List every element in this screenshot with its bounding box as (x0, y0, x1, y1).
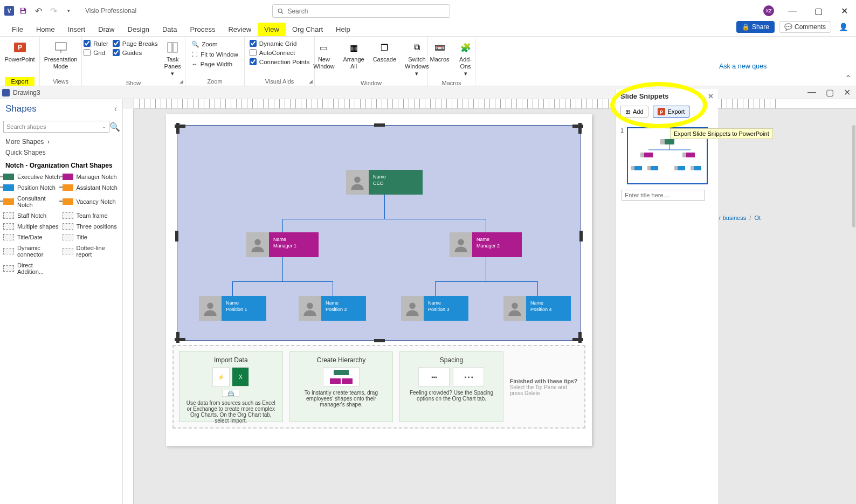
grid-checkbox[interactable]: Grid (84, 49, 108, 56)
ruler-checkbox[interactable]: Ruler (84, 40, 108, 47)
org-node-manager-1[interactable]: NameManager 1 (246, 232, 319, 257)
autoconnect-checkbox[interactable]: AutoConnect (250, 49, 309, 56)
shapes-search-input[interactable]: Search shapes⌄ (3, 121, 109, 133)
shape-item[interactable]: Title/Date (3, 234, 60, 240)
comment-icon: 💬 (784, 23, 792, 31)
minimize-button[interactable]: — (785, 3, 800, 18)
shape-item[interactable]: Vacancy Notch (63, 195, 120, 208)
shape-item[interactable]: Staff Notch (3, 212, 60, 219)
shape-item[interactable]: Dotted-line report (63, 245, 120, 258)
tab-help[interactable]: Help (329, 23, 357, 36)
macros-button[interactable]: 📼Macros (427, 39, 451, 64)
guides-checkbox[interactable]: Guides (113, 49, 158, 56)
shape-item[interactable]: Dynamic connector (3, 245, 60, 258)
svg-rect-6 (56, 43, 66, 50)
document-name[interactable]: Drawing3 (13, 89, 40, 96)
org-node-position-4[interactable]: NamePosition 4 (503, 296, 571, 321)
shape-item[interactable]: Multiple shapes (3, 223, 60, 230)
undo-icon[interactable]: ↶ (32, 5, 44, 17)
ribbon-collapse-icon[interactable]: ⌃ (845, 73, 852, 84)
snippets-export-button[interactable]: PExport (653, 106, 690, 118)
ribbon-options-icon[interactable]: 👤 (836, 19, 851, 34)
arrange-all-button[interactable]: ▦Arrange All (341, 39, 366, 71)
shape-item[interactable]: Position Notch (3, 184, 60, 191)
shape-item[interactable]: Team frame (63, 212, 120, 219)
shapes-pane: Shapes ‹ Search shapes⌄ 🔍 More Shapes › … (0, 99, 123, 504)
save-icon[interactable] (17, 5, 29, 17)
tab-draw[interactable]: Draw (92, 23, 121, 36)
tab-orgchart[interactable]: Org Chart (286, 23, 329, 36)
visualaids-launcher-icon[interactable]: ◢ (309, 79, 313, 84)
tab-data[interactable]: Data (156, 23, 183, 36)
dynamic-grid-checkbox[interactable]: Dynamic Grid (250, 40, 309, 47)
tab-file[interactable]: File (5, 23, 30, 36)
share-button[interactable]: 🔒Share (736, 21, 775, 33)
addons-button[interactable]: 🧩Add-Ons ▾ (456, 39, 475, 79)
vertical-scrollbar[interactable] (852, 125, 855, 227)
pagebreaks-checkbox[interactable]: Page Breaks (113, 40, 158, 47)
close-button[interactable]: ✕ (837, 3, 852, 18)
search-bar[interactable] (272, 4, 450, 18)
org-node-ceo[interactable]: NameCEO (346, 170, 423, 195)
page[interactable]: NameCEO NameManager 1 NameManager 2 Name… (166, 114, 592, 446)
connection-points-checkbox[interactable]: Connection Points (250, 58, 309, 65)
tab-home[interactable]: Home (30, 23, 61, 36)
svg-rect-1 (22, 11, 25, 13)
search-input[interactable] (284, 8, 445, 15)
cascade-button[interactable]: ❐Cascade (371, 39, 398, 64)
shapes-category-current[interactable]: Notch - Organization Chart Shapes (0, 160, 122, 171)
doc-close-button[interactable]: ✕ (844, 87, 851, 98)
org-node-position-2[interactable]: NamePosition 2 (299, 296, 366, 321)
org-node-manager-2[interactable]: NameManager 2 (450, 232, 522, 257)
qa-customize-icon[interactable]: ▾ (63, 5, 74, 17)
show-launcher-icon[interactable]: ◢ (180, 79, 183, 84)
tab-process[interactable]: Process (183, 23, 222, 36)
tab-view[interactable]: View (258, 23, 286, 36)
shape-item[interactable]: Consultant Notch (3, 195, 60, 208)
task-panes-button[interactable]: Task Panes ▾ (162, 39, 183, 79)
svg-rect-8 (168, 43, 172, 52)
canvas-area[interactable]: NameCEO NameManager 1 NameManager 2 Name… (123, 99, 856, 504)
redo-icon[interactable]: ↷ (47, 5, 59, 17)
shape-item[interactable]: Manager Notch (63, 174, 120, 180)
tips-panel[interactable]: Import Data ⚡X 📇 Use data from sources s… (172, 345, 585, 429)
powerpoint-button[interactable]: P PowerPoint (2, 39, 37, 64)
maximize-button[interactable]: ▢ (811, 3, 826, 18)
switch-windows-button[interactable]: ⧉Switch Windows ▾ (403, 39, 431, 79)
snippets-collapse-icon[interactable]: ⌄ (698, 92, 703, 100)
selection-area[interactable]: NameCEO NameManager 1 NameManager 2 Name… (177, 125, 581, 341)
shapes-collapse-icon[interactable]: ‹ (114, 104, 117, 114)
presentation-mode-button[interactable]: Presentation Mode (42, 39, 80, 71)
zoom-button[interactable]: 🔍Zoom (191, 40, 238, 49)
svg-rect-28 (631, 166, 634, 170)
shape-item[interactable]: Three positions (63, 223, 120, 230)
vertical-ruler (123, 109, 134, 504)
powerpoint-icon: P (658, 108, 665, 115)
shape-item[interactable]: Assistant Notch (63, 184, 120, 191)
quick-shapes-link[interactable]: Quick Shapes (5, 149, 117, 156)
shape-item[interactable]: Executive Notch (3, 174, 60, 180)
shape-item[interactable]: Direct Addition... (3, 262, 60, 275)
page-width-button[interactable]: ↔Page Width (191, 60, 238, 68)
tab-review[interactable]: Review (222, 23, 258, 36)
shape-item[interactable]: Title (63, 234, 120, 240)
snippet-title-input[interactable] (622, 190, 705, 201)
shapes-search-icon[interactable]: 🔍 (109, 122, 119, 132)
comments-button[interactable]: 💬Comments (779, 21, 831, 33)
bg-link-ask[interactable]: Ask a new ques (719, 63, 767, 70)
snippets-add-button[interactable]: ⊞Add (620, 106, 648, 118)
org-node-position-3[interactable]: NamePosition 3 (401, 296, 468, 321)
doc-maximize-button[interactable]: ▢ (826, 87, 834, 98)
user-avatar[interactable]: XZ (763, 5, 774, 16)
app-title: Visio Professional (85, 7, 136, 15)
new-window-button[interactable]: ▭New Window (311, 39, 336, 71)
fit-window-button[interactable]: ⛶Fit to Window (191, 51, 238, 58)
tab-design[interactable]: Design (121, 23, 156, 36)
tab-insert[interactable]: Insert (61, 23, 92, 36)
snippets-close-icon[interactable]: ✕ (708, 92, 714, 100)
more-shapes-link[interactable]: More Shapes › (5, 138, 117, 146)
org-node-position-1[interactable]: NamePosition 1 (199, 296, 266, 321)
export-tooltip: Export Slide Snippets to PowerPoint (670, 128, 773, 139)
svg-point-13 (207, 303, 213, 309)
doc-minimize-button[interactable]: — (807, 87, 816, 98)
